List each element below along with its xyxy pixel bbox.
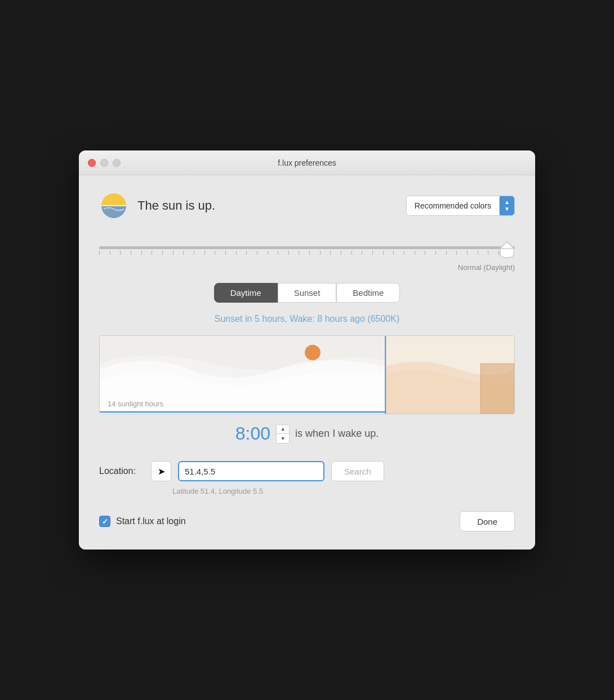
maximize-button[interactable]: [113, 159, 121, 167]
tab-bedtime[interactable]: Bedtime: [336, 283, 400, 303]
colors-dropdown[interactable]: Recommended colors ▲ ▼: [406, 196, 515, 216]
sun-status-text: The sun is up.: [137, 198, 215, 213]
main-content: The sun is up. Recommended colors ▲ ▼: [79, 175, 535, 550]
wake-time-text: is when I wake up.: [295, 428, 379, 440]
app-window: f.lux preferences: [79, 150, 535, 550]
close-button[interactable]: [88, 159, 96, 167]
location-input[interactable]: [178, 461, 324, 481]
wake-time-up-button[interactable]: ▲: [277, 425, 289, 434]
wake-time-stepper[interactable]: ▲ ▼: [276, 424, 290, 444]
tab-sunset[interactable]: Sunset: [278, 283, 337, 303]
status-line: Sunset in 5 hours, Wake: 8 hours ago (65…: [99, 314, 515, 324]
search-button[interactable]: Search: [331, 461, 384, 481]
stepper-up-icon[interactable]: ▲: [504, 199, 510, 206]
location-gps-button[interactable]: ➤: [151, 461, 171, 481]
svg-point-10: [305, 345, 321, 361]
stepper-down-icon[interactable]: ▼: [504, 206, 510, 212]
wake-time-value: 8:00: [235, 423, 270, 444]
sun-info: The sun is up.: [99, 191, 215, 220]
chart-container: 14 sunlight hours: [99, 335, 515, 414]
window-title: f.lux preferences: [278, 158, 336, 167]
wake-time-row: 8:00 ▲ ▼ is when I wake up.: [99, 423, 515, 444]
wake-time-down-button[interactable]: ▼: [277, 434, 289, 443]
traffic-lights: [88, 159, 121, 167]
colors-stepper[interactable]: ▲ ▼: [500, 196, 514, 215]
location-row: Location: ➤ Search: [99, 461, 515, 481]
bottom-row: ✓ Start f.lux at login Done: [99, 511, 515, 531]
header-row: The sun is up. Recommended colors ▲ ▼: [99, 191, 515, 220]
start-at-login-row: ✓ Start f.lux at login: [99, 516, 186, 527]
slider-section: Normal (Daylight): [99, 234, 515, 272]
gps-icon: ➤: [158, 466, 165, 477]
done-button[interactable]: Done: [460, 511, 515, 531]
start-at-login-checkbox[interactable]: ✓: [99, 516, 110, 527]
sunlight-hours-label: 14 sunlight hours: [108, 400, 163, 408]
sun-icon: [99, 191, 128, 220]
slider-track-container[interactable]: [99, 234, 515, 262]
slider-label: Normal (Daylight): [99, 263, 515, 272]
minimize-button[interactable]: [100, 159, 108, 167]
titlebar: f.lux preferences: [79, 150, 535, 175]
location-label: Location:: [99, 466, 144, 476]
location-hint: Latitude 51.4, Longitude 5.5: [172, 487, 515, 495]
checkmark-icon: ✓: [102, 517, 108, 526]
colors-dropdown-label: Recommended colors: [407, 198, 500, 214]
tab-row: Daytime Sunset Bedtime: [99, 283, 515, 303]
tab-daytime[interactable]: Daytime: [214, 283, 278, 303]
start-at-login-label: Start f.lux at login: [116, 516, 186, 526]
svg-rect-8: [480, 364, 514, 414]
